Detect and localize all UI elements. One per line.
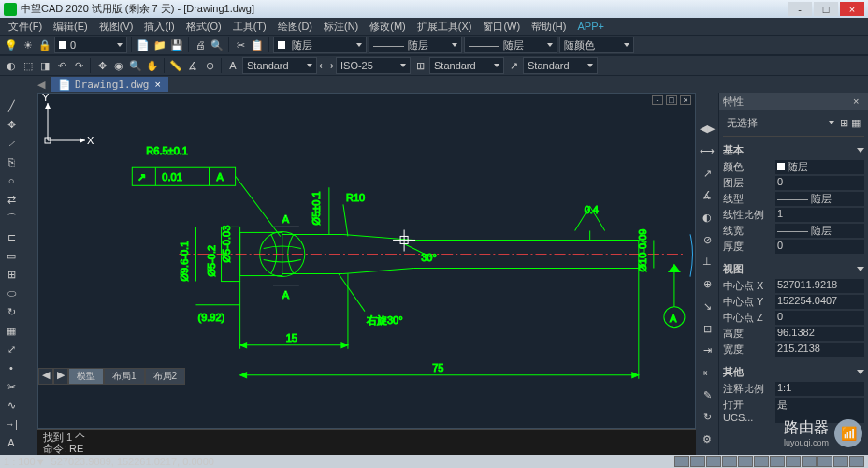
osnap-toggle[interactable] <box>738 456 753 467</box>
dim-style-icon-r[interactable]: ⚙ <box>699 431 716 448</box>
zoom-icon[interactable]: 🔍 <box>128 58 143 73</box>
section-view[interactable]: 视图 <box>723 260 864 278</box>
menu-file[interactable]: 文件(F) <box>4 20 47 34</box>
mleaderstyle-dropdown[interactable]: Standard <box>523 57 598 74</box>
sun-icon[interactable]: ☀ <box>21 37 36 52</box>
dim-center-icon[interactable]: ⊕ <box>699 276 716 293</box>
menu-help[interactable]: 帮助(H) <box>527 20 571 34</box>
menu-modify[interactable]: 修改(M) <box>365 20 411 34</box>
lock-icon[interactable]: 🔒 <box>37 37 52 52</box>
copy-icon[interactable]: 📋 <box>250 37 265 52</box>
trim-tool-icon[interactable]: ✂ <box>3 378 20 395</box>
color-dropdown[interactable]: 随颜色 <box>559 37 634 53</box>
dim-update-icon[interactable]: ↻ <box>699 409 716 426</box>
file-tab-drawing1[interactable]: 📄 Drawing1.dwg × <box>51 77 168 92</box>
menu-tools[interactable]: 工具(T) <box>228 20 271 34</box>
menu-app[interactable]: APP+ <box>572 21 608 32</box>
tool-a-icon[interactable]: ◐ <box>4 58 19 73</box>
model-toggle[interactable] <box>802 456 817 467</box>
spline-tool-icon[interactable]: ∿ <box>3 397 20 414</box>
prop-color[interactable]: 随层 <box>775 160 864 174</box>
ortho-toggle[interactable] <box>706 456 721 467</box>
arc-tool-icon[interactable]: ⌒ <box>3 210 20 227</box>
dyn-toggle[interactable] <box>770 456 785 467</box>
undo-icon[interactable]: ↶ <box>54 58 69 73</box>
menu-dimension[interactable]: 标注(N) <box>319 20 363 34</box>
ws-toggle[interactable] <box>833 456 848 467</box>
layer-dropdown[interactable]: 0 <box>54 37 127 53</box>
menu-edit[interactable]: 编辑(E) <box>49 20 93 34</box>
pselect-icon[interactable]: ▦ <box>851 117 861 129</box>
layout2-tab[interactable]: 布局2 <box>145 368 186 385</box>
drawing-canvas[interactable]: - □ × <box>37 93 696 429</box>
layout1-tab[interactable]: 布局1 <box>104 368 145 385</box>
tool-b-icon[interactable]: ⬚ <box>21 58 36 73</box>
snap-toggle[interactable] <box>674 456 689 467</box>
prop-lweight[interactable]: ——— 随层 <box>775 224 864 238</box>
lineweight-dropdown[interactable]: ———随层 <box>464 37 557 53</box>
new-icon[interactable]: 📄 <box>136 37 151 52</box>
preview-icon[interactable]: 🔍 <box>210 37 224 52</box>
prop-layer[interactable]: 0 <box>775 176 864 190</box>
tool-e-icon[interactable]: ◉ <box>111 58 126 73</box>
prop-width[interactable]: 215.2138 <box>775 343 864 357</box>
array-tool-icon[interactable]: ⊞ <box>3 266 20 283</box>
qselect-icon[interactable]: ⊞ <box>840 117 848 129</box>
layer-icon[interactable]: 💡 <box>4 37 19 52</box>
print-icon[interactable]: 🖨 <box>193 37 208 52</box>
circle-tool-icon[interactable]: ○ <box>3 172 20 189</box>
prop-centerx[interactable]: 527011.9218 <box>775 279 864 293</box>
table-style-icon[interactable]: ⊞ <box>412 58 427 73</box>
pan-icon[interactable]: ✋ <box>145 58 160 73</box>
clean-toggle[interactable] <box>849 456 864 467</box>
rotate-tool-icon[interactable]: ↻ <box>3 303 20 320</box>
dim-angular-icon[interactable]: ∡ <box>699 187 716 204</box>
dim-radius-icon[interactable]: ◐ <box>699 210 716 227</box>
dimstyle-dropdown[interactable]: ISO-25 <box>336 57 411 74</box>
line-tool-icon[interactable]: ╱ <box>3 97 20 114</box>
section-other[interactable]: 其他 <box>723 363 864 381</box>
copy-tool-icon[interactable]: ⎘ <box>3 154 20 170</box>
otrack-toggle[interactable] <box>754 456 769 467</box>
section-basic[interactable]: 基本 <box>723 141 864 159</box>
dim-edit-icon[interactable]: ✎ <box>699 387 716 403</box>
cut-icon[interactable]: ✂ <box>233 37 248 52</box>
annoscale-toggle[interactable] <box>817 456 832 467</box>
menu-extend[interactable]: 扩展工具(X) <box>412 20 477 34</box>
prop-centerz[interactable]: 0 <box>775 311 864 325</box>
polar-toggle[interactable] <box>722 456 737 467</box>
prop-linetype[interactable]: ——— 随层 <box>775 192 864 206</box>
text-tool-icon[interactable]: A <box>3 434 20 451</box>
prop-centery[interactable]: 152254.0407 <box>775 295 864 309</box>
selection-dropdown[interactable]: 无选择 ⊞ ▦ <box>723 113 864 132</box>
dim-diameter-icon[interactable]: ⊘ <box>699 231 716 248</box>
window-maximize-button[interactable]: □ <box>814 2 838 16</box>
menu-draw[interactable]: 绘图(D) <box>273 20 317 34</box>
tab-prev-icon[interactable]: ◀ <box>38 368 53 385</box>
open-icon[interactable]: 📁 <box>152 37 167 52</box>
tool-g-icon[interactable]: ∡ <box>185 58 200 73</box>
prop-ltscale[interactable]: 1 <box>775 208 864 222</box>
dim-style-icon[interactable]: ⟷ <box>319 58 334 73</box>
textstyle-dropdown[interactable]: Standard <box>242 57 317 74</box>
layer-color-dropdown[interactable]: 随层 <box>273 37 367 53</box>
polyline-tool-icon[interactable]: ⟋ <box>3 135 20 152</box>
extend-tool-icon[interactable]: →| <box>3 416 20 432</box>
nav-arrows-icon[interactable]: ◀▶ <box>699 121 716 138</box>
point-tool-icon[interactable]: • <box>3 359 20 376</box>
rect-tool-icon[interactable]: ▭ <box>3 247 20 264</box>
dim-aligned-icon[interactable]: ↗ <box>699 165 716 182</box>
move-tool-icon[interactable]: ✥ <box>3 116 20 133</box>
dim-baseline-icon[interactable]: ⇤ <box>699 365 716 382</box>
tool-c-icon[interactable]: ◨ <box>37 58 52 73</box>
offset-tool-icon[interactable]: ⊏ <box>3 228 20 245</box>
ellipse-tool-icon[interactable]: ⬭ <box>3 285 20 301</box>
properties-close-icon[interactable]: × <box>853 95 864 107</box>
menu-window[interactable]: 窗口(W) <box>478 20 525 34</box>
dim-leader-icon[interactable]: ↘ <box>699 299 716 315</box>
prop-height[interactable]: 96.1382 <box>775 327 864 341</box>
tablestyle-dropdown[interactable]: Standard <box>429 57 504 74</box>
prop-annoscale[interactable]: 1:1 <box>775 382 864 396</box>
prop-thickness[interactable]: 0 <box>775 240 864 254</box>
grid-toggle[interactable] <box>690 456 705 467</box>
